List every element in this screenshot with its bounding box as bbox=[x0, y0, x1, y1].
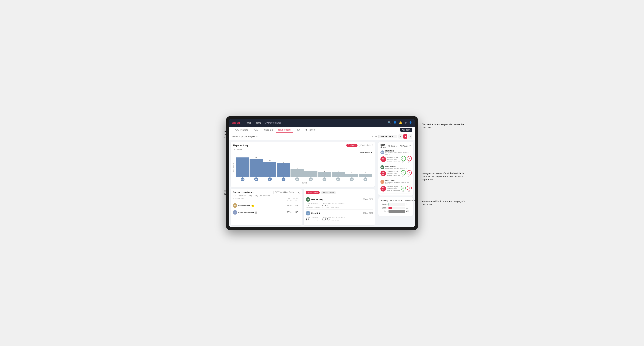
nav-home[interactable]: Home bbox=[245, 121, 251, 124]
scoring-bar-wrap bbox=[388, 210, 405, 213]
leaderboard-row: RB Richard Butler 1 19/20 110 bbox=[233, 202, 300, 209]
tab-team-clippd[interactable]: Team Clippd bbox=[276, 127, 292, 133]
bar-group-lr: 2 bbox=[359, 172, 372, 177]
bell-icon[interactable]: 🔔 bbox=[399, 121, 402, 124]
player-info: Edward Crossman 2 bbox=[238, 211, 286, 214]
col-player-name: PLAYER NAME bbox=[233, 198, 286, 201]
nav-icons: 🔍 👤 🔔 ⊕ 👤 bbox=[388, 121, 412, 124]
activity-player-row: BM Blair McHarg 26 Aug 2023 Total Rounds… bbox=[306, 196, 373, 209]
bar-avatar[interactable]: JC bbox=[282, 177, 286, 181]
list-view-icon[interactable]: ♥ bbox=[403, 134, 408, 139]
leaderboard-title: Practice Leaderboards bbox=[233, 191, 254, 193]
bar[interactable] bbox=[318, 172, 331, 176]
user-circle-icon[interactable]: 👤 bbox=[409, 121, 412, 124]
bar[interactable] bbox=[236, 158, 249, 177]
tablet-screen: clippd Home Teams My Performance 🔍 👤 🔔 ⊕… bbox=[229, 119, 415, 227]
profile-icon[interactable]: 👤 bbox=[393, 121, 397, 124]
tab-tour[interactable]: Tour bbox=[293, 127, 302, 133]
best-shots-title: Best Shots bbox=[380, 144, 387, 149]
scoring-bar-wrap bbox=[388, 207, 405, 209]
practice-label: Practice bbox=[314, 206, 320, 208]
shot-stat-dist-val: 16 bbox=[401, 185, 406, 190]
bar-chart: 1312109543322 bbox=[235, 154, 373, 177]
scoring-filter1[interactable]: Par 3, 4 & 5s bbox=[389, 199, 403, 202]
bar-avatar[interactable]: RB bbox=[322, 177, 326, 181]
bar-avatar[interactable]: EC bbox=[350, 177, 354, 181]
scoring-card: Scoring Par 3, 4 & 5s All Players E bbox=[378, 197, 413, 216]
bar-value: 3 bbox=[338, 170, 338, 172]
bar[interactable] bbox=[250, 159, 263, 177]
leaderboard-filter-select[interactable]: PUTT Must Make Putting... bbox=[273, 191, 300, 194]
add-icon[interactable]: ⊕ bbox=[404, 121, 407, 124]
bar[interactable] bbox=[290, 169, 304, 176]
bar-avatar[interactable]: MM bbox=[336, 177, 340, 181]
bar-avatar[interactable]: BM bbox=[240, 177, 244, 181]
player-pb-avg: 107 bbox=[293, 211, 300, 213]
player-activity-header: Player Activity On Course Practice Drill… bbox=[233, 144, 373, 147]
left-panel: Player Activity On Course Practice Drill… bbox=[229, 140, 376, 227]
bar[interactable] bbox=[359, 174, 372, 177]
bar-avatar[interactable]: LR bbox=[364, 177, 367, 181]
x-axis-label: Players bbox=[235, 182, 373, 184]
total-rounds-label: Total Rounds bbox=[306, 216, 320, 218]
best-shots-filter2[interactable]: All Players bbox=[399, 145, 411, 147]
shot-player-name: Matt Miller bbox=[385, 150, 410, 152]
nav-teams[interactable]: Teams bbox=[254, 121, 261, 124]
shot-row[interactable]: MM Matt Miller 09 Jun 2023 · Royal North… bbox=[380, 149, 411, 164]
nav-myperformance[interactable]: My Performance bbox=[264, 121, 281, 124]
tab-all-players[interactable]: All Players bbox=[302, 127, 318, 133]
bar-avatar[interactable]: BB bbox=[254, 177, 258, 181]
shot-row[interactable]: BM Blair McHarg 23 Jul 2023 · Ashridge G… bbox=[380, 164, 411, 178]
gtt-val: 0 bbox=[322, 218, 324, 220]
practice-sub-labels: GTT APP ARG PUTT bbox=[322, 206, 344, 208]
bar[interactable] bbox=[345, 174, 358, 177]
tab-bar: PGAT Players PGA Hcaps 1-5 Team Clippd T… bbox=[229, 127, 415, 133]
edit-icon[interactable]: ✎ bbox=[256, 135, 258, 138]
shot-avatar: MM bbox=[380, 151, 384, 154]
bar[interactable] bbox=[332, 172, 345, 176]
most-active-tab[interactable]: Most Active bbox=[306, 191, 320, 194]
player-info: Richard Butler 1 bbox=[238, 204, 286, 207]
grid-view-icon[interactable]: ⊞ bbox=[398, 134, 402, 139]
chart-filter-dropdown[interactable]: Total Rounds Fairways Hit GIR bbox=[358, 151, 373, 154]
time-filter-select[interactable]: Last 3 months Last 6 months Last year bbox=[378, 135, 397, 138]
add-team-button[interactable]: Add Team bbox=[400, 128, 412, 132]
bar-avatars: BMBBDFJCEEOBRBMMECLR bbox=[235, 177, 373, 181]
player-activity-title: Player Activity bbox=[233, 144, 248, 147]
practice-val: 4 bbox=[308, 218, 309, 220]
activity-player-name: Blair McHarg bbox=[311, 198, 363, 200]
shot-player-name: Blair McHarg bbox=[385, 166, 410, 168]
bar-value: 5 bbox=[297, 168, 298, 169]
scoring-filter2[interactable]: All Players bbox=[404, 199, 415, 202]
scoring-chart: Eagles 3 Birdies 96 Pars 499 bbox=[380, 203, 411, 213]
tab-hcaps[interactable]: Hcaps 1-5 bbox=[260, 127, 275, 133]
search-icon[interactable]: 🔍 bbox=[388, 121, 391, 124]
table-view-icon[interactable]: ≡ bbox=[408, 134, 412, 139]
scoring-row-val: 3 bbox=[406, 203, 411, 205]
shot-stat-carry-val: 0 bbox=[407, 185, 412, 190]
bar-avatar[interactable]: EE bbox=[295, 177, 299, 181]
shot-stat-dist-label: yds bbox=[402, 191, 404, 192]
shot-player-sub: 24 Aug 2023 · Royal North Devon GC, Hole… bbox=[385, 181, 410, 184]
activity-player-avatar: BM bbox=[306, 197, 310, 202]
practice-drills-toggle[interactable]: Practice Drills bbox=[359, 144, 373, 147]
bar-avatar[interactable]: OB bbox=[309, 177, 313, 181]
col-pb-score: PB SCORE bbox=[286, 198, 293, 201]
bar-avatar[interactable]: DF bbox=[268, 177, 272, 181]
best-shots-filter1[interactable]: All Shots bbox=[388, 145, 398, 147]
shot-row[interactable]: DF David Ford 24 Aug 2023 · Royal North … bbox=[380, 178, 411, 193]
bar[interactable] bbox=[263, 162, 276, 177]
activity-players: BM Blair McHarg 26 Aug 2023 Total Rounds… bbox=[306, 196, 373, 223]
bar-group-ob: 4 bbox=[304, 169, 317, 177]
annotation-bottomright: You can also filter to show just one pla… bbox=[422, 200, 467, 206]
bar[interactable] bbox=[304, 171, 317, 177]
tab-pgat-players[interactable]: PGAT Players bbox=[232, 127, 250, 133]
player-avatar: EC bbox=[233, 210, 237, 215]
bar[interactable] bbox=[277, 163, 290, 176]
least-active-tab[interactable]: Least Active bbox=[321, 191, 336, 194]
on-course-toggle[interactable]: On Course bbox=[346, 144, 358, 147]
putt-val: 1 bbox=[330, 204, 330, 206]
tab-pga[interactable]: PGA bbox=[251, 127, 260, 133]
gtt-val: 0 bbox=[322, 204, 324, 206]
shot-stat-dist-label: yds bbox=[402, 175, 404, 176]
